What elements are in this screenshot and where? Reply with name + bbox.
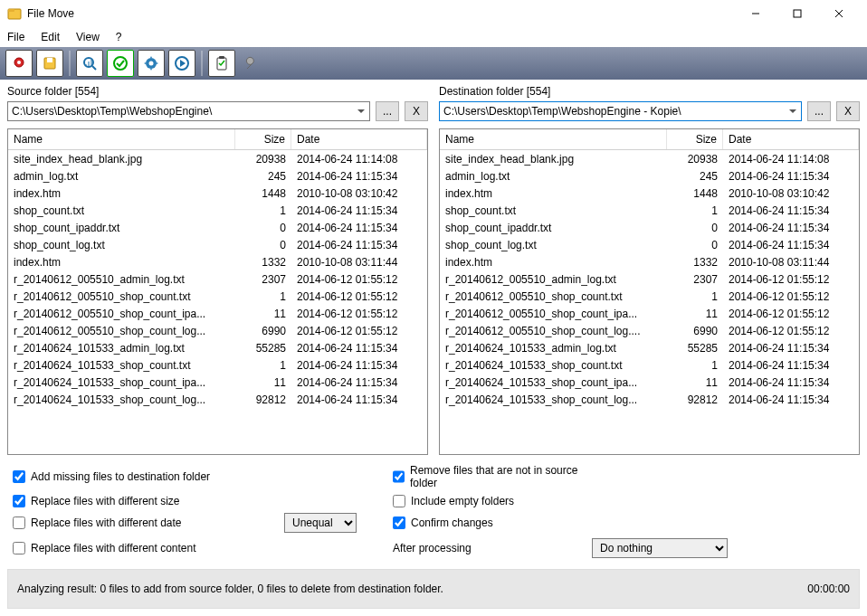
- column-date[interactable]: Date: [723, 129, 859, 149]
- cell-name: r_20140612_005510_shop_count.txt: [440, 289, 667, 304]
- table-row[interactable]: r_20140624_101533_admin_log.txt552852014…: [440, 339, 859, 356]
- checkbox-replace-date[interactable]: [13, 516, 25, 529]
- checkbox-add-missing[interactable]: [13, 470, 25, 483]
- table-row[interactable]: r_20140624_101533_shop_count_ipa...11201…: [8, 374, 427, 391]
- table-row[interactable]: r_20140612_005510_shop_count_log...69902…: [8, 322, 427, 339]
- source-clear-button[interactable]: X: [405, 101, 428, 121]
- option-include-empty[interactable]: Include empty folders: [393, 495, 592, 507]
- checkbox-confirm[interactable]: [393, 516, 405, 529]
- table-row[interactable]: r_20140612_005510_shop_count.txt12014-06…: [8, 288, 427, 305]
- toolbar-clipboard-icon[interactable]: [208, 50, 235, 77]
- column-name[interactable]: Name: [8, 129, 235, 149]
- table-row[interactable]: index.htm14482010-10-08 03:10:42: [440, 185, 859, 202]
- list-header: Name Size Date: [440, 129, 859, 150]
- table-row[interactable]: r_20140624_101533_shop_count_log...92812…: [8, 391, 427, 408]
- table-row[interactable]: shop_count_ipaddr.txt02014-06-24 11:15:3…: [8, 219, 427, 236]
- option-remove-not-in-source[interactable]: Remove files that are not in source fold…: [393, 464, 592, 489]
- toolbar-check-icon[interactable]: [107, 50, 134, 77]
- cell-size: 92812: [667, 392, 723, 407]
- checkbox-include-empty[interactable]: [393, 495, 405, 507]
- cell-name: shop_count_ipaddr.txt: [440, 220, 667, 235]
- source-label: Source folder [554]: [7, 85, 428, 98]
- table-row[interactable]: r_20140624_101533_admin_log.txt552852014…: [8, 339, 427, 356]
- cell-size: 11: [235, 374, 291, 390]
- cell-size: 1: [235, 357, 291, 373]
- menu-help[interactable]: ?: [116, 31, 122, 43]
- table-row[interactable]: shop_count_log.txt02014-06-24 11:15:34: [440, 236, 859, 253]
- toolbar-wrench-icon[interactable]: [239, 50, 266, 77]
- table-row[interactable]: shop_count_ipaddr.txt02014-06-24 11:15:3…: [440, 219, 859, 236]
- checkbox-replace-size[interactable]: [13, 495, 25, 507]
- column-size[interactable]: Size: [667, 129, 723, 149]
- source-panel: Source folder [554] ... X: [7, 85, 428, 127]
- cell-date: 2014-06-12 01:55:12: [723, 271, 859, 287]
- table-row[interactable]: r_20140612_005510_shop_count_ipa...11201…: [8, 305, 427, 322]
- source-browse-button[interactable]: ...: [376, 101, 399, 121]
- option-add-missing[interactable]: Add missing files to destination folder: [13, 470, 284, 483]
- toolbar-pin-icon[interactable]: [5, 50, 33, 77]
- source-path-input[interactable]: [7, 101, 370, 121]
- cell-size: 92812: [235, 392, 291, 407]
- table-row[interactable]: site_index_head_blank.jpg209382014-06-24…: [8, 150, 427, 167]
- table-row[interactable]: shop_count.txt12014-06-24 11:15:34: [440, 202, 859, 219]
- table-row[interactable]: r_20140612_005510_shop_count_log....6990…: [440, 322, 859, 339]
- destination-file-list: Name Size Date site_index_head_blank.jpg…: [439, 128, 860, 455]
- toolbar-play-icon[interactable]: [168, 50, 195, 77]
- menu-view[interactable]: View: [76, 31, 100, 43]
- cell-size: 6990: [667, 323, 723, 338]
- column-name[interactable]: Name: [440, 129, 667, 149]
- table-row[interactable]: index.htm13322010-10-08 03:11:44: [8, 253, 427, 270]
- destination-browse-button[interactable]: ...: [807, 101, 831, 121]
- menu-edit[interactable]: Edit: [41, 31, 60, 43]
- destination-clear-button[interactable]: X: [836, 101, 860, 121]
- cell-size: 1448: [667, 185, 723, 201]
- cell-date: 2014-06-12 01:55:12: [723, 323, 859, 338]
- table-row[interactable]: shop_count.txt12014-06-24 11:15:34: [8, 202, 427, 219]
- svg-rect-1: [8, 9, 14, 12]
- table-row[interactable]: r_20140624_101533_shop_count.txt12014-06…: [8, 356, 427, 374]
- toolbar-analyze-icon[interactable]: [76, 50, 103, 77]
- table-row[interactable]: index.htm13322010-10-08 03:11:44: [440, 253, 859, 270]
- minimize-button[interactable]: [735, 0, 776, 27]
- svg-point-17: [149, 62, 154, 66]
- table-row[interactable]: r_20140612_005510_shop_count_ipa...11201…: [440, 305, 859, 322]
- app-icon: [7, 6, 22, 21]
- table-row[interactable]: r_20140624_101533_shop_count_ipa...11201…: [440, 374, 859, 391]
- table-row[interactable]: admin_log.txt2452014-06-24 11:15:34: [8, 167, 427, 185]
- table-row[interactable]: admin_log.txt2452014-06-24 11:15:34: [440, 167, 859, 185]
- table-row[interactable]: r_20140624_101533_shop_count_log...92812…: [440, 391, 859, 408]
- list-header: Name Size Date: [8, 129, 427, 150]
- close-button[interactable]: [818, 0, 860, 27]
- table-row[interactable]: r_20140612_005510_shop_count.txt12014-06…: [440, 288, 859, 305]
- table-row[interactable]: shop_count_log.txt02014-06-24 11:15:34: [8, 236, 427, 253]
- table-row[interactable]: r_20140624_101533_shop_count.txt12014-06…: [440, 356, 859, 374]
- cell-date: 2014-06-24 11:15:34: [291, 237, 427, 252]
- destination-panel: Destination folder [554] ... X: [439, 85, 860, 127]
- menu-file[interactable]: File: [7, 31, 24, 43]
- date-compare-select[interactable]: Unequal: [284, 513, 357, 533]
- option-replace-date[interactable]: Replace files with different date: [13, 516, 284, 529]
- cell-date: 2014-06-24 11:15:34: [291, 168, 427, 184]
- table-row[interactable]: r_20140612_005510_admin_log.txt23072014-…: [8, 270, 427, 288]
- toolbar-save-icon[interactable]: [36, 50, 63, 77]
- table-row[interactable]: site_index_head_blank.jpg209382014-06-24…: [440, 150, 859, 167]
- toolbar-gear-icon[interactable]: [138, 50, 165, 77]
- cell-size: 1: [667, 289, 723, 304]
- table-row[interactable]: r_20140612_005510_admin_log.txt23072014-…: [440, 270, 859, 288]
- after-processing-select[interactable]: Do nothing: [592, 538, 728, 558]
- cell-size: 1: [235, 203, 291, 218]
- checkbox-remove-not-in-source[interactable]: [393, 470, 405, 483]
- checkbox-replace-content[interactable]: [13, 542, 25, 554]
- option-replace-size[interactable]: Replace files with different size: [13, 495, 284, 507]
- maximize-button[interactable]: [776, 0, 818, 27]
- cell-name: r_20140624_101533_shop_count_log...: [8, 392, 235, 407]
- cell-size: 11: [667, 374, 723, 390]
- column-date[interactable]: Date: [291, 129, 427, 149]
- cell-date: 2014-06-12 01:55:12: [291, 289, 427, 304]
- option-replace-content[interactable]: Replace files with different content: [13, 542, 284, 554]
- cell-name: index.htm: [440, 254, 667, 270]
- column-size[interactable]: Size: [235, 129, 291, 149]
- option-confirm[interactable]: Confirm changes: [393, 516, 592, 529]
- table-row[interactable]: index.htm14482010-10-08 03:10:42: [8, 185, 427, 202]
- destination-path-input[interactable]: [439, 101, 802, 121]
